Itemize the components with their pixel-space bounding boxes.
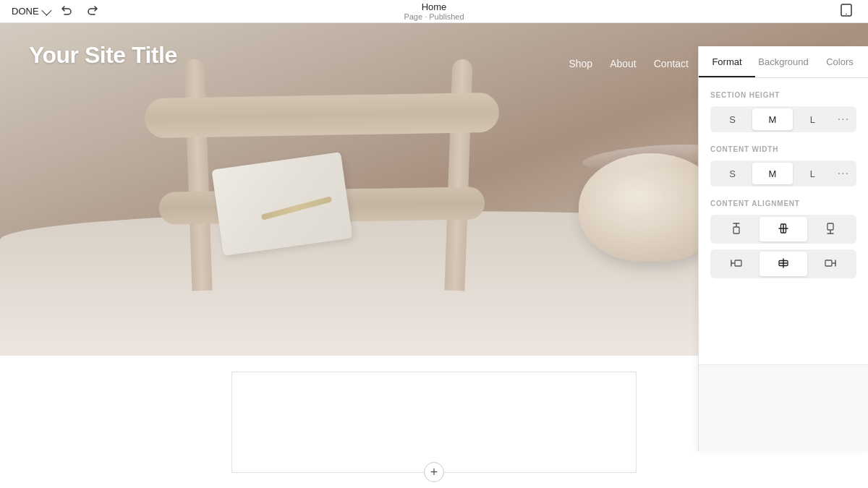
undo-button[interactable] — [58, 1, 75, 21]
top-bar-right — [836, 0, 856, 22]
align-left-icon — [730, 257, 743, 272]
align-middle-button[interactable] — [760, 217, 807, 241]
site-title: Your Site Title — [29, 42, 177, 69]
svg-rect-26 — [825, 260, 832, 266]
align-top-icon — [730, 222, 743, 237]
add-content-button[interactable]: + — [424, 462, 444, 482]
content-alignment-label: CONTENT ALIGNMENT — [710, 200, 856, 207]
panel-body: SECTION HEIGHT S M L ··· CONTENT WIDTH S… — [699, 78, 868, 297]
svg-rect-9 — [733, 227, 739, 234]
align-right-icon — [824, 257, 837, 272]
redo-icon — [87, 4, 98, 16]
svg-rect-16 — [827, 223, 833, 230]
height-m-button[interactable]: M — [752, 108, 792, 130]
format-panel: Format Background Colors SECTION HEIGHT … — [698, 46, 868, 451]
width-l-button[interactable]: L — [793, 163, 833, 184]
align-bottom-button[interactable] — [807, 217, 854, 241]
svg-rect-19 — [735, 260, 741, 266]
horizontal-align-row — [710, 249, 856, 278]
nav-about[interactable]: About — [610, 58, 637, 69]
top-bar: DONE Home Page · Published — [0, 0, 868, 23]
page-name: Home — [404, 1, 464, 12]
height-s-button[interactable]: S — [712, 108, 752, 130]
width-more-button[interactable]: ··· — [833, 163, 854, 184]
tab-format[interactable]: Format — [699, 46, 755, 77]
svg-point-1 — [846, 14, 847, 15]
device-preview-button[interactable] — [836, 0, 856, 22]
height-l-button[interactable]: L — [793, 108, 833, 130]
align-right-button[interactable] — [807, 252, 854, 276]
align-top-button[interactable] — [712, 217, 760, 241]
cloth — [212, 152, 353, 256]
tablet-icon — [839, 3, 854, 17]
undo-icon — [61, 4, 72, 16]
plus-icon: + — [430, 466, 438, 479]
site-canvas: Your Site Title Shop About Contact Stock… — [0, 23, 868, 488]
chevron-down-icon — [41, 5, 51, 15]
content-width-label: CONTENT WIDTH — [710, 145, 856, 153]
done-button[interactable]: DONE — [12, 6, 49, 17]
content-width-group: S M L ··· — [710, 160, 856, 187]
align-center-icon — [777, 257, 790, 272]
panel-tabs: Format Background Colors — [699, 46, 868, 78]
panel-bottom-area — [699, 364, 868, 451]
content-box: + — [231, 372, 637, 473]
page-info: Home Page · Published — [404, 1, 464, 21]
page-status: Page · Published — [404, 12, 464, 21]
align-middle-icon — [777, 222, 790, 237]
align-left-button[interactable] — [712, 252, 760, 276]
done-label: DONE — [12, 6, 39, 17]
redo-button[interactable] — [84, 1, 101, 21]
tab-background[interactable]: Background — [755, 46, 812, 77]
nav-contact[interactable]: Contact — [654, 58, 689, 69]
section-height-group: S M L ··· — [710, 106, 856, 132]
width-s-button[interactable]: S — [712, 163, 752, 184]
vertical-align-row — [710, 215, 856, 244]
align-bottom-icon — [824, 222, 837, 237]
alignment-section — [710, 215, 856, 278]
top-bar-left: DONE — [12, 1, 101, 21]
align-center-button[interactable] — [760, 252, 807, 276]
height-more-button[interactable]: ··· — [833, 108, 854, 130]
nav-shop[interactable]: Shop — [569, 58, 592, 69]
tab-colors[interactable]: Colors — [812, 46, 868, 77]
section-height-label: SECTION HEIGHT — [710, 91, 856, 99]
width-m-button[interactable]: M — [752, 163, 792, 184]
